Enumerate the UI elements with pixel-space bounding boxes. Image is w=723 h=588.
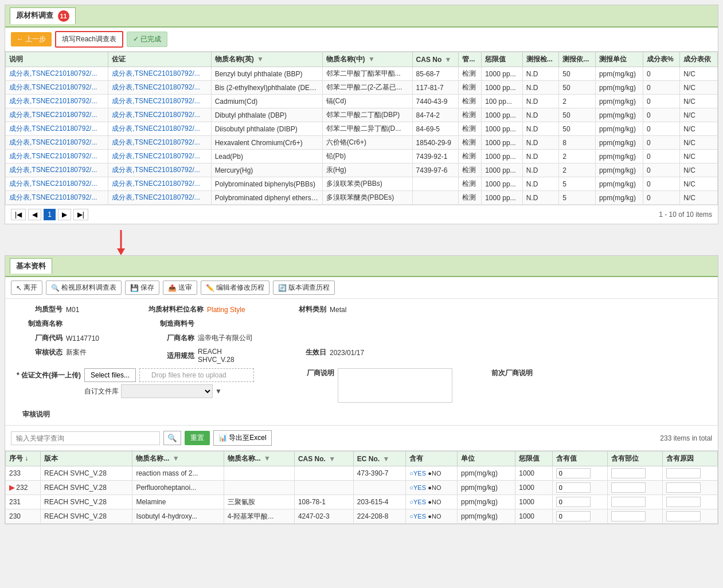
cell-proof[interactable]: 成分表,TSNEC210180792/... [108, 67, 211, 81]
lcol-unit: 单位 [457, 451, 515, 466]
btn-submit[interactable]: 📤 送审 [163, 281, 197, 295]
cell-value[interactable] [552, 481, 607, 495]
cell-limit: 1000 [515, 481, 552, 495]
cell-part[interactable] [607, 466, 662, 481]
svg-marker-1 [117, 248, 125, 255]
cell-proof[interactable]: 成分表,TSNEC210180792/... [108, 191, 211, 205]
cell-part[interactable] [607, 481, 662, 495]
top-section: 原材料调查 11 ← 上一步 填写Reach调查表 ✓ 已完成 说明 佐证 物质… [5, 5, 718, 224]
btn-edit-history[interactable]: ✏️ 编辑者修改历程 [201, 281, 269, 295]
cell-proof[interactable]: 成分表,TSNEC210180792/... [108, 136, 211, 150]
cell-version: REACH SVHC_V.28 [40, 466, 132, 481]
lcol-part: 含有部位 [607, 451, 662, 466]
cell-description[interactable]: 成分表,TSNEC210180792/... [6, 122, 108, 136]
filter-lower-name-en[interactable]: ▼ [173, 454, 179, 462]
page-last[interactable]: ▶| [73, 209, 88, 220]
cell-proof[interactable]: 成分表,TSNEC210180792/... [108, 150, 211, 163]
cell-contain[interactable]: ○YES ●NO [406, 509, 458, 524]
cell-description[interactable]: 成分表,TSNEC210180792/... [6, 191, 108, 205]
page-nav: |◀ ◀ 1 ▶ ▶| [11, 209, 88, 220]
cell-description[interactable]: 成分表,TSNEC210180792/... [6, 95, 108, 108]
cell-value[interactable] [552, 509, 607, 524]
value-vendor-code: W1147710 [66, 334, 99, 342]
value-review-status: 新案件 [66, 348, 87, 357]
vendor-note-input[interactable] [338, 368, 452, 403]
value-material-col: Plating Style [207, 306, 245, 314]
cell-contain[interactable]: ○YES ●NO [406, 495, 458, 509]
cell-name_cn: 4-羟基苯甲酸... [224, 509, 294, 524]
page-prev[interactable]: ◀ [28, 209, 41, 220]
fill-reach-button[interactable]: 填写Reach调查表 [55, 31, 123, 48]
col-pct2: 成分表依 [680, 52, 718, 67]
col-description: 说明 [6, 52, 108, 67]
dropdown-icon: ▼ [215, 387, 222, 395]
col-cas: CAS No ▼ [412, 52, 459, 67]
export-button[interactable]: 📊 导出至Excel [213, 430, 272, 446]
filter-icon-cas[interactable]: ▼ [445, 56, 452, 64]
bottom-tab-label: 基本资料 [16, 262, 46, 270]
cell-proof[interactable]: 成分表,TSNEC210180792/... [108, 122, 211, 136]
tab-raw-material-survey[interactable]: 原材料调查 11 [10, 7, 76, 24]
form-row-1: 均质型号 M01 均质材料栏位名称 Plating Style 材料类别 Met… [17, 305, 706, 314]
cell-reason[interactable] [662, 481, 717, 495]
btn-leave[interactable]: ↖ 离开 [11, 281, 42, 295]
cell-proof[interactable]: 成分表,TSNEC210180792/... [108, 177, 211, 191]
btn-save[interactable]: 💾 保存 [125, 281, 159, 295]
cell-proof[interactable]: 成分表,TSNEC210180792/... [108, 108, 211, 122]
filter-lower-ec[interactable]: ▼ [382, 455, 389, 463]
cell-reason[interactable] [662, 466, 717, 481]
top-tab-bar: 原材料调查 11 [5, 5, 718, 28]
done-button[interactable]: ✓ 已完成 [127, 32, 167, 47]
field-material-col-name: 均质材料栏位名称 Plating Style [148, 305, 263, 314]
cell-description[interactable]: 成分表,TSNEC210180792/... [6, 163, 108, 177]
lcol-limit: 惩限值 [515, 451, 552, 466]
search-input[interactable] [11, 431, 160, 445]
tab-basic-info[interactable]: 基本资料 [10, 258, 52, 274]
table-row: 成分表,TSNEC210180792/...成分表,TSNEC210180792… [6, 122, 718, 136]
filter-icon-name-cn[interactable]: ▼ [368, 55, 375, 63]
btn-view-survey[interactable]: 🔍 检视原材料调查表 [46, 281, 122, 295]
back-button[interactable]: ← 上一步 [11, 32, 52, 46]
search-button[interactable]: 🔍 [163, 431, 181, 445]
cell-reason[interactable] [662, 509, 717, 524]
btn-version-history[interactable]: 🔄 版本调查历程 [273, 281, 335, 295]
cell-part[interactable] [607, 495, 662, 509]
form-section: 均质型号 M01 均质材料栏位名称 Plating Style 材料类别 Met… [5, 299, 718, 426]
lib-select[interactable] [121, 384, 213, 398]
cell-description[interactable]: 成分表,TSNEC210180792/... [6, 108, 108, 122]
cell-proof[interactable]: 成分表,TSNEC210180792/... [108, 95, 211, 108]
select-files-button[interactable]: Select files... [84, 368, 136, 382]
cell-reason[interactable] [662, 495, 717, 509]
form-row-4: 审核状态 新案件 适用规范 REACH SHVC_V.28 生效日 2023/0… [17, 348, 706, 364]
label-proof-doc: * 佐证文件(择一上传) [17, 368, 81, 380]
table-row: 成分表,TSNEC210180792/...成分表,TSNEC210180792… [6, 67, 718, 81]
cell-version: REACH SVHC_V.28 [40, 481, 132, 495]
cell-value[interactable] [552, 466, 607, 481]
field-mfr-partno: 制造商料号 [148, 319, 263, 329]
reset-button[interactable]: 重置 [185, 431, 210, 445]
filter-lower-name-cn[interactable]: ▼ [264, 454, 271, 462]
page-1[interactable]: 1 [44, 209, 56, 220]
filter-icon-name-en[interactable]: ▼ [257, 55, 264, 63]
cell-value[interactable] [552, 495, 607, 509]
page-first[interactable]: |◀ [11, 209, 26, 220]
table-row: 成分表,TSNEC210180792/...成分表,TSNEC210180792… [6, 136, 718, 150]
cell-ec: 473-390-7 [353, 466, 406, 481]
cell-description[interactable]: 成分表,TSNEC210180792/... [6, 177, 108, 191]
table-row: 成分表,TSNEC210180792/...成分表,TSNEC210180792… [6, 177, 718, 191]
cell-proof[interactable]: 成分表,TSNEC210180792/... [108, 81, 211, 95]
cell-contain[interactable]: ○YES ●NO [406, 466, 458, 481]
cell-seq: ▶ 232 [6, 481, 41, 495]
cell-version: REACH SVHC_V.28 [40, 495, 132, 509]
cell-proof[interactable]: 成分表,TSNEC210180792/... [108, 163, 211, 177]
cell-description[interactable]: 成分表,TSNEC210180792/... [6, 136, 108, 150]
cell-part[interactable] [607, 509, 662, 524]
page-next[interactable]: ▶ [58, 209, 71, 220]
filter-lower-cas[interactable]: ▼ [329, 455, 335, 463]
cell-description[interactable]: 成分表,TSNEC210180792/... [6, 67, 108, 81]
cell-description[interactable]: 成分表,TSNEC210180792/... [6, 81, 108, 95]
value-material-cat: Metal [330, 306, 346, 314]
cell-contain[interactable]: ○YES ●NO [406, 481, 458, 495]
cell-description[interactable]: 成分表,TSNEC210180792/... [6, 150, 108, 163]
pagination-bar: |◀ ◀ 1 ▶ ▶| 1 - 10 of 10 items [5, 205, 718, 224]
